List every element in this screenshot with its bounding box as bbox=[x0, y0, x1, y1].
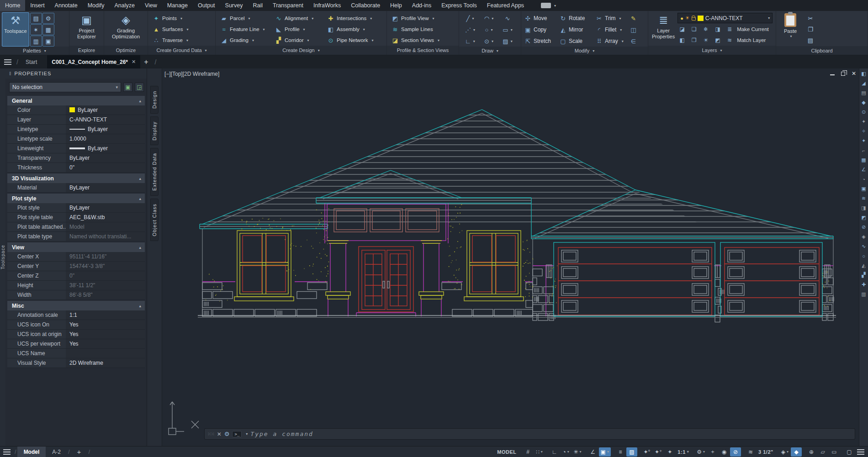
survey-palette-icon[interactable]: ✶ bbox=[30, 24, 42, 35]
isodraft-toggle[interactable]: ✳▾ bbox=[572, 447, 583, 457]
parcel-button[interactable]: ▰Parcel▾ bbox=[217, 13, 271, 24]
polyline-button[interactable]: ∟▾ bbox=[461, 36, 479, 47]
edit-pencil-button[interactable]: ✎ bbox=[629, 13, 640, 24]
tab-design[interactable]: Design bbox=[150, 86, 159, 114]
right-toolbar-icon[interactable]: ◔ bbox=[860, 176, 868, 183]
layer-thaw-icon[interactable]: ☀ bbox=[701, 37, 710, 43]
command-line[interactable]: ⁙⁙ ✕ ⚙ >_ ▾ Type a command bbox=[204, 428, 855, 440]
profile-view-button[interactable]: ◩Profile View▾ bbox=[389, 13, 442, 24]
construction-line-button[interactable]: ⋰▾ bbox=[461, 24, 479, 35]
copy-button[interactable]: ▣Copy bbox=[523, 24, 558, 35]
toolspace-collapsed-strip[interactable]: Toolspace bbox=[0, 68, 5, 446]
close-icon[interactable]: ✕ bbox=[852, 70, 856, 77]
points-button[interactable]: ✦ Points▾ bbox=[150, 13, 191, 24]
minimize-icon[interactable] bbox=[830, 74, 835, 75]
paste-special-button[interactable]: ▤ bbox=[804, 35, 816, 45]
drag-grip-icon[interactable]: ⁙⁙ bbox=[207, 431, 214, 436]
arc-button[interactable]: ◠▾ bbox=[480, 13, 498, 24]
layer-lock-icon[interactable]: ◨ bbox=[713, 26, 722, 32]
right-toolbar-icon[interactable]: ✚ bbox=[860, 281, 868, 288]
properties-palette-icon[interactable]: ▥ bbox=[30, 36, 42, 47]
right-toolbar-icon[interactable]: ▥ bbox=[860, 291, 868, 298]
layer-properties-button[interactable]: ≣ Layer Properties bbox=[650, 12, 677, 46]
tab-extended-data[interactable]: Extended Data bbox=[150, 148, 159, 195]
tab-object-class[interactable]: Object Class bbox=[150, 199, 159, 242]
layer-on-icon[interactable]: ◧ bbox=[677, 37, 687, 43]
grading-optimization-button[interactable]: ◈ Grading Optimization bbox=[110, 12, 142, 46]
ribbon-tab-home[interactable]: Home bbox=[0, 0, 25, 11]
ribbon-tab-insert[interactable]: Insert bbox=[25, 0, 49, 11]
annotation-monitor-toggle[interactable]: ◈▾ bbox=[779, 447, 790, 457]
mirror-button[interactable]: ◭Mirror bbox=[558, 24, 594, 35]
drawing-viewport[interactable]: [−][Top][2D Wireframe] ✕ bbox=[162, 68, 859, 446]
explode-button[interactable]: ◫ bbox=[629, 24, 640, 35]
new-layout-button[interactable]: + bbox=[71, 446, 88, 457]
command-input[interactable]: Type a command bbox=[250, 431, 852, 437]
right-toolbar-icon[interactable]: ✧ bbox=[860, 128, 868, 135]
panel-label-create-design[interactable]: Create Design▾ bbox=[216, 46, 386, 55]
panel-label-clipboard[interactable]: Clipboard bbox=[776, 46, 868, 55]
right-toolbar-icon[interactable]: ∿ bbox=[860, 243, 868, 250]
file-tab-drawing[interactable]: C001_A2_Concept Home_26* ✕ bbox=[47, 55, 140, 68]
right-toolbar-icon[interactable]: ◧ bbox=[860, 70, 868, 77]
annotation-visibility-toggle[interactable]: ✦° bbox=[641, 447, 652, 457]
annotation-scale-icon-button[interactable]: ✦ bbox=[664, 447, 675, 457]
copy-clip-button[interactable]: ❐ bbox=[804, 24, 816, 34]
ribbon-tab-view[interactable]: View bbox=[140, 0, 162, 11]
move-button[interactable]: ✣Move bbox=[523, 13, 558, 24]
circle-button[interactable]: ○▾ bbox=[480, 24, 498, 35]
right-toolbar-icon[interactable]: ▣ bbox=[860, 185, 868, 192]
selection-cycling-toggle[interactable]: ◉ bbox=[719, 447, 730, 457]
right-toolbar-icon[interactable]: ▤ bbox=[860, 89, 868, 96]
toolspace-button[interactable]: ⚒ Toolspace bbox=[2, 12, 29, 47]
surfaces-button[interactable]: ▲ Surfaces▾ bbox=[150, 24, 191, 35]
transparency-toggle[interactable]: ▨ bbox=[626, 447, 637, 457]
graphics-performance-button[interactable]: ⊕ bbox=[806, 447, 817, 457]
tab-display[interactable]: Display bbox=[150, 116, 159, 145]
right-toolbar-icon[interactable]: ⊙ bbox=[860, 109, 868, 116]
ribbon-tab-collaborate[interactable]: Collaborate bbox=[346, 0, 385, 11]
panel-label-profile-section-views[interactable]: Profile & Section Views bbox=[387, 46, 459, 55]
ribbon-tab-survey[interactable]: Survey bbox=[220, 0, 248, 11]
cut-button[interactable]: ✂ bbox=[804, 13, 816, 23]
layer-unlock2-icon[interactable]: ◩ bbox=[713, 37, 722, 43]
close-command-icon[interactable]: ✕ bbox=[217, 431, 222, 437]
ribbon-tab-manage[interactable]: Manage bbox=[162, 0, 193, 11]
xref-warning-button[interactable]: ▱ bbox=[817, 447, 828, 457]
ribbon-tab-modify[interactable]: Modify bbox=[83, 0, 110, 11]
right-toolbar-icon[interactable]: ▞ bbox=[860, 272, 868, 278]
scale-button[interactable]: ▢Scale bbox=[558, 36, 594, 47]
make-current-button[interactable]: Make Current bbox=[737, 26, 769, 32]
line-button[interactable]: ╱▾ bbox=[461, 13, 479, 24]
grid-display-toggle[interactable]: # bbox=[523, 447, 534, 457]
new-drawing-tab-button[interactable]: + bbox=[140, 58, 152, 66]
model-tab[interactable]: Model bbox=[17, 446, 46, 457]
section-header-plot-style[interactable]: Plot style▴ bbox=[7, 194, 145, 203]
rectangle-button[interactable]: ▭▾ bbox=[498, 24, 517, 35]
file-tab-start[interactable]: Start bbox=[21, 55, 42, 68]
lineweight-toggle[interactable]: ≡ bbox=[615, 447, 626, 457]
ortho-toggle[interactable]: ∟ bbox=[549, 447, 560, 457]
autoscale-toggle[interactable]: ✦⁺ bbox=[653, 447, 664, 457]
right-toolbar-icon[interactable]: ◩ bbox=[860, 214, 868, 221]
panel-label-optimize[interactable]: Optimize bbox=[104, 46, 148, 55]
right-toolbar-icon[interactable]: ✦ bbox=[860, 118, 868, 125]
layout-menu-button[interactable] bbox=[0, 446, 14, 457]
panel-label-palettes[interactable]: Palettes▾ bbox=[0, 47, 69, 55]
ribbon-tab-express-tools[interactable]: Express Tools bbox=[436, 0, 482, 11]
select-objects-button[interactable]: ◲ bbox=[135, 83, 144, 92]
right-toolbar-icon[interactable]: ◨ bbox=[860, 205, 868, 211]
layer-dropdown[interactable]: ● ☀ C-ANNO-TEXT ▾ bbox=[677, 13, 773, 23]
layer-freeze-icon[interactable]: ❄ bbox=[701, 26, 710, 32]
right-toolbar-icon[interactable]: ▦ bbox=[860, 157, 868, 163]
traverse-button[interactable]: ∴ Traverse▾ bbox=[150, 35, 191, 46]
elevation-value[interactable]: 3 1/2" bbox=[757, 447, 775, 457]
section-header-3d-visualization[interactable]: 3D Visualization▴ bbox=[7, 173, 145, 183]
properties-palette-header[interactable]: ‖ PROPERTIES bbox=[5, 68, 147, 79]
isolate-objects-button[interactable]: ⊘ bbox=[730, 447, 741, 457]
hatch-button[interactable]: ▨▾ bbox=[498, 36, 517, 47]
tag-display-toggle[interactable]: ◆ bbox=[791, 447, 802, 457]
right-toolbar-icon[interactable]: ◭ bbox=[860, 262, 868, 269]
match-layer-button[interactable]: Match Layer bbox=[737, 37, 766, 43]
workspace-switching-button[interactable]: ⚙▾ bbox=[695, 447, 707, 457]
